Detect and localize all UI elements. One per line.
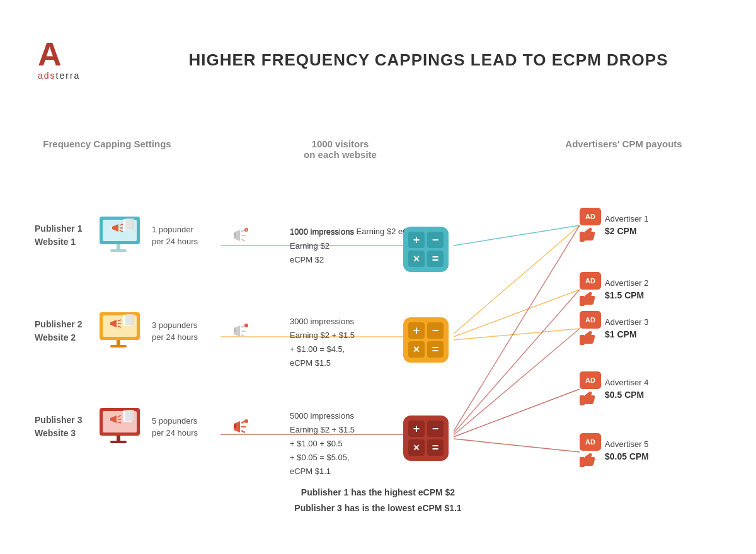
calc-multiply-3: × — [408, 439, 425, 456]
pub2-imp-text: 3000 impressions Earning $2 + $1.5 + $1.… — [290, 315, 355, 370]
calc-plus: + — [408, 232, 425, 248]
calc-equals: = — [427, 251, 444, 267]
svg-rect-40 — [110, 345, 127, 348]
svg-rect-55 — [125, 410, 134, 421]
svg-line-27 — [241, 239, 245, 241]
logo-terra: terra — [56, 71, 81, 81]
thumbs-up-4 — [580, 390, 601, 407]
publisher-3-row: Publisher 3 Website 3 5 popunders per 24… — [35, 405, 251, 448]
svg-rect-22 — [110, 249, 127, 252]
thumbs-up-5 — [580, 452, 601, 468]
ad-badge-1: AD — [580, 208, 601, 225]
svg-rect-20 — [125, 218, 134, 230]
svg-line-8 — [454, 290, 580, 433]
logo-letter: A — [38, 38, 80, 71]
advertiser-3-entry: AD Advertiser 3 $1 CPM — [580, 311, 648, 346]
publisher-1-computer-icon — [96, 214, 147, 257]
logo-ads: ads — [38, 71, 56, 81]
calc-equals-3: = — [427, 439, 444, 456]
publisher-1-megaphone-icon — [232, 227, 251, 244]
publisher-2-megaphone-icon — [232, 323, 251, 339]
calc-equals-2: = — [427, 341, 444, 358]
calc-minus-2: − — [427, 322, 444, 339]
footer-line2: Publisher 3 has is the lowest eCPM $1.1 — [0, 500, 756, 516]
col-header-settings: Frequency Capping Settings — [38, 138, 176, 149]
calc-plus-2: + — [408, 322, 425, 339]
svg-rect-59 — [234, 424, 236, 428]
advertiser-1-text: Advertiser 1 $2 CPM — [605, 213, 648, 239]
svg-line-5 — [454, 290, 580, 337]
svg-line-45 — [241, 335, 245, 337]
svg-rect-65 — [580, 296, 585, 306]
svg-line-3 — [454, 225, 580, 246]
publisher-1-freq: 1 popunder per 24 hours — [152, 223, 227, 248]
advertiser-2-entry: AD Advertiser 2 $1.5 CPM — [580, 272, 648, 307]
calc-box-2: + − × = — [403, 317, 449, 363]
ad-badge-4: AD — [580, 371, 601, 389]
svg-line-62 — [241, 431, 245, 432]
svg-rect-56 — [117, 436, 120, 441]
svg-rect-39 — [117, 340, 120, 345]
svg-rect-66 — [580, 335, 585, 345]
advertiser-2-text: Advertiser 2 $1.5 CPM — [605, 277, 648, 303]
calc-box-1: + − × = — [403, 227, 449, 272]
svg-rect-67 — [580, 395, 585, 405]
advertiser-5-text: Advertiser 5 $0.05 CPM — [605, 438, 649, 464]
svg-rect-64 — [580, 232, 585, 242]
svg-line-10 — [454, 389, 580, 437]
thumbs-up-3 — [580, 330, 601, 346]
calc-multiply: × — [408, 251, 425, 267]
svg-line-7 — [454, 225, 580, 431]
svg-rect-50 — [110, 418, 113, 421]
thumbs-up-2 — [580, 291, 601, 307]
pub1-imp-text: 1000 impressions Earning $2 eCPM $2 — [290, 225, 354, 267]
publisher-2-freq: 3 popunders per 24 hours — [152, 319, 227, 344]
publisher-2-computer-icon — [96, 310, 147, 353]
svg-rect-24 — [234, 233, 236, 237]
svg-point-46 — [244, 324, 248, 327]
svg-line-9 — [454, 329, 580, 435]
calc-box-3: + − × = — [403, 416, 449, 461]
publisher-1-label: Publisher 1 Website 1 — [35, 222, 91, 249]
ad-badge-5: AD — [580, 433, 601, 451]
publisher-3-computer-icon — [96, 405, 147, 448]
ad-badge-3: AD — [580, 311, 601, 329]
publisher-2-row: Publisher 2 Website 2 3 popunders per 24… — [35, 310, 251, 353]
col-header-payouts: Advertisers' CPM payouts — [542, 138, 706, 149]
page-title: HIGHER FREQUENCY CAPPINGS LEAD TO ECPM D… — [139, 50, 718, 70]
publisher-2-label: Publisher 2 Website 2 — [35, 318, 91, 344]
svg-rect-38 — [125, 314, 134, 325]
svg-rect-15 — [112, 227, 115, 229]
svg-rect-42 — [234, 329, 236, 332]
advertiser-1-entry: AD Advertiser 1 $2 CPM — [580, 208, 648, 243]
svg-line-4 — [454, 225, 580, 334]
calc-multiply-2: × — [408, 341, 425, 358]
calc-minus-3: − — [427, 421, 444, 437]
logo-text: adsterra — [38, 71, 80, 81]
thumbs-up-1 — [580, 227, 601, 243]
svg-point-63 — [244, 419, 248, 423]
pub3-imp-text: 5000 impressions Earning $2 + $1.5 + $1.… — [290, 409, 355, 478]
logo: A adsterra — [38, 38, 80, 81]
publisher-3-megaphone-icon — [232, 419, 251, 435]
publisher-1-row: Publisher 1 Website 1 1 popunder per 24 … — [35, 214, 251, 257]
svg-line-6 — [454, 329, 580, 340]
advertiser-4-text: Advertiser 4 $0.5 CPM — [605, 376, 648, 402]
svg-rect-57 — [110, 441, 127, 443]
publisher-3-label: Publisher 3 Website 3 — [35, 414, 91, 440]
svg-rect-21 — [117, 244, 120, 249]
svg-rect-33 — [110, 322, 113, 325]
svg-line-11 — [454, 439, 580, 452]
calc-minus: − — [427, 232, 444, 248]
footer-note: Publisher 1 has the highest eCPM $2 Publ… — [0, 485, 756, 516]
col-header-visitors: 1000 visitors on each website — [277, 138, 403, 160]
advertiser-4-entry: AD Advertiser 4 $0.5 CPM — [580, 371, 648, 407]
advertiser-5-entry: AD Advertiser 5 $0.05 CPM — [580, 433, 649, 468]
publisher-3-freq: 5 popunders per 24 hours — [152, 415, 227, 439]
calc-plus-3: + — [408, 421, 425, 437]
svg-rect-68 — [580, 457, 585, 467]
footer-line1: Publisher 1 has the highest eCPM $2 — [0, 485, 756, 500]
ad-badge-2: AD — [580, 272, 601, 290]
advertiser-3-text: Advertiser 3 $1 CPM — [605, 316, 648, 342]
